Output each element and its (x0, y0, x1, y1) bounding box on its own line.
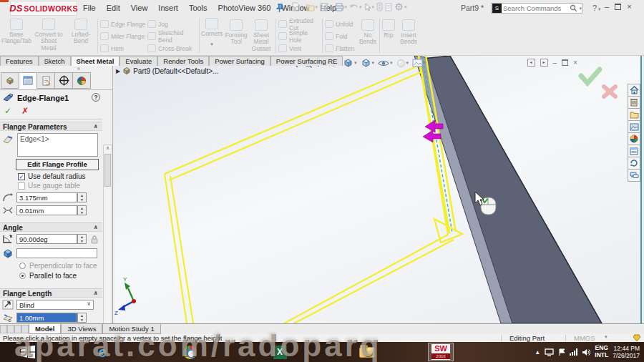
chrome-icon[interactable] (179, 343, 200, 361)
file-explorer-taskbar-icon[interactable] (356, 343, 378, 361)
tab-power-surfacing-re[interactable]: Power Surfacing RE (270, 56, 343, 66)
menu-file[interactable]: File (83, 4, 96, 12)
gap-distance-spinner[interactable]: ▲▼ (77, 205, 87, 215)
menu-edit[interactable]: Edit (107, 4, 120, 12)
tab-scroll-last[interactable] (21, 325, 29, 333)
forming-tool-button[interactable]: Forming Tool (225, 18, 248, 46)
undo-button[interactable]: ▾ (349, 3, 362, 11)
doc-close-button[interactable]: × (573, 59, 577, 67)
menu-view[interactable]: View (131, 4, 148, 12)
sheet-metal-gusset-button[interactable]: Sheet Metal Gusset (249, 18, 273, 52)
flange-length-header[interactable]: Flange Length ∧ (0, 288, 102, 298)
custom-properties-icon[interactable] (628, 145, 640, 157)
tab-power-surfacing[interactable]: Power Surfacing (209, 56, 270, 66)
solidworks-forum-icon[interactable] (628, 157, 640, 170)
unfold-button[interactable]: Unfold (325, 18, 356, 30)
confirm-cancel-mark[interactable] (604, 87, 615, 97)
cross-break-button[interactable]: Cross-Break (147, 42, 197, 54)
new-document-button[interactable]: ▾ (292, 2, 303, 11)
selected-edge-item[interactable]: Edge<1> (20, 135, 49, 143)
perpendicular-to-face-row[interactable]: Perpendicular to face (19, 262, 97, 270)
print-button[interactable]: ▾ (334, 3, 348, 11)
dimxpert-tab[interactable] (54, 72, 73, 89)
panel-splitter-handle[interactable] (77, 67, 80, 70)
view-orientation-icon[interactable]: ▾ (343, 58, 357, 68)
rip-button[interactable]: Rip (381, 18, 396, 39)
menu-photoview[interactable]: PhotoView 360 (218, 4, 271, 12)
tag-gem-icon[interactable] (633, 334, 641, 342)
tree-root-label[interactable]: Part9 (Default<<Default>... (133, 67, 218, 75)
open-button[interactable]: ▾ (306, 3, 318, 11)
model-tab[interactable]: Model (29, 324, 61, 334)
next-window-button[interactable]: ▸ (540, 59, 548, 67)
fold-button[interactable]: Fold (325, 30, 356, 42)
jog-button[interactable]: Jog (147, 18, 197, 30)
solidworks-resources-icon[interactable] (628, 84, 640, 97)
file-properties-button[interactable] (385, 3, 392, 11)
vent-button[interactable]: Vent (278, 42, 320, 54)
tab-evaluate[interactable]: Evaluate (119, 56, 157, 66)
file-explorer-icon[interactable] (628, 108, 640, 121)
use-default-radius-checkbox[interactable]: ✓ (18, 173, 25, 180)
minimize-button[interactable]: – (605, 2, 609, 11)
insert-bends-button[interactable]: Insert Bends (398, 18, 419, 46)
language-indicator[interactable]: ENG INTL (595, 345, 608, 359)
bend-radius-field[interactable]: 3.175mm (16, 192, 77, 202)
extruded-cut-button[interactable]: Extruded Cut (278, 18, 320, 30)
display-tray-icon[interactable] (545, 348, 554, 356)
bend-radius-spinner[interactable]: ▲▼ (77, 192, 87, 202)
no-bends-button[interactable]: No Bends (358, 18, 378, 46)
simple-hole-button[interactable]: Simple Hole (278, 30, 320, 42)
confirm-ok-mark[interactable] (581, 69, 600, 83)
featuremanager-tab[interactable] (1, 72, 19, 89)
comments-icon[interactable] (628, 169, 640, 182)
pin-menu-icon[interactable] (276, 3, 283, 16)
appearances-scenes-icon[interactable] (628, 132, 640, 145)
base-flange-button[interactable]: Base Flange/Tab (1, 18, 31, 54)
tab-scroll-prev[interactable] (7, 325, 14, 333)
convert-to-sheet-metal-button[interactable]: Convert to Sheet Metal (33, 18, 64, 54)
close-button[interactable]: × (627, 2, 631, 11)
parallel-radio[interactable] (19, 273, 26, 279)
use-gauge-table-checkbox[interactable] (18, 182, 25, 190)
hide-show-items-icon[interactable]: ▾ (378, 59, 393, 68)
tab-features[interactable]: Features (0, 56, 39, 66)
previous-window-button[interactable]: ◂ (527, 59, 535, 67)
search-input[interactable] (503, 4, 570, 12)
corners-button[interactable]: Corners▾ (201, 18, 223, 47)
tab-sheet-metal[interactable]: Sheet Metal (71, 56, 120, 66)
doc-minimize-button[interactable]: – (553, 59, 557, 67)
use-default-radius-row[interactable]: ✓ Use default radius (18, 172, 86, 180)
gap-distance-field[interactable]: 0.01mm (16, 205, 77, 215)
network-icon[interactable] (570, 348, 577, 356)
appearances-icon[interactable]: ▾ (396, 59, 409, 68)
motion-study-tab[interactable]: Motion Study 1 (102, 324, 160, 334)
lofted-bend-button[interactable]: Lofted-Bend (66, 18, 96, 54)
use-gauge-table-row[interactable]: Use gauge table (18, 182, 80, 190)
tree-expand-arrow[interactable]: ▶ (116, 68, 120, 74)
clock[interactable]: 12:44 PM 7/26/2017 (613, 345, 644, 359)
save-button[interactable]: ▾ (320, 3, 332, 11)
excel-icon[interactable]: X (269, 343, 291, 361)
internet-explorer-icon[interactable]: e (92, 343, 113, 361)
doc-restore-button[interactable] (562, 59, 568, 66)
end-condition-dropdown[interactable]: Blind ∨ (16, 300, 94, 310)
menu-tools[interactable]: Tools (189, 4, 208, 12)
units-caret[interactable]: ▾ (605, 334, 608, 340)
parallel-to-face-row[interactable]: Parallel to face (19, 272, 77, 280)
edge-flange-button[interactable]: Edge Flange (100, 18, 146, 30)
search-commands-box[interactable]: S ▾ (491, 3, 582, 14)
rebuild-button[interactable] (376, 2, 383, 11)
action-center-flag-icon[interactable] (558, 348, 565, 356)
feature-tree-flyout[interactable]: ▶ Part9 (Default<<Default>... (116, 67, 218, 75)
angle-header[interactable]: Angle ∧ (0, 222, 102, 232)
help-icon[interactable]: ? ▾ (592, 4, 601, 12)
miter-flange-button[interactable]: Miter Flange (100, 30, 146, 42)
apply-scene-icon[interactable]: ▾ (412, 59, 426, 67)
tab-scroll-next[interactable] (14, 325, 21, 333)
menu-insert[interactable]: Insert (158, 4, 178, 12)
edit-flange-profile-button[interactable]: Edit Flange Profile (16, 159, 99, 170)
search-icon[interactable] (570, 2, 577, 15)
volume-icon[interactable] (582, 348, 590, 356)
design-library-icon[interactable] (628, 96, 640, 109)
